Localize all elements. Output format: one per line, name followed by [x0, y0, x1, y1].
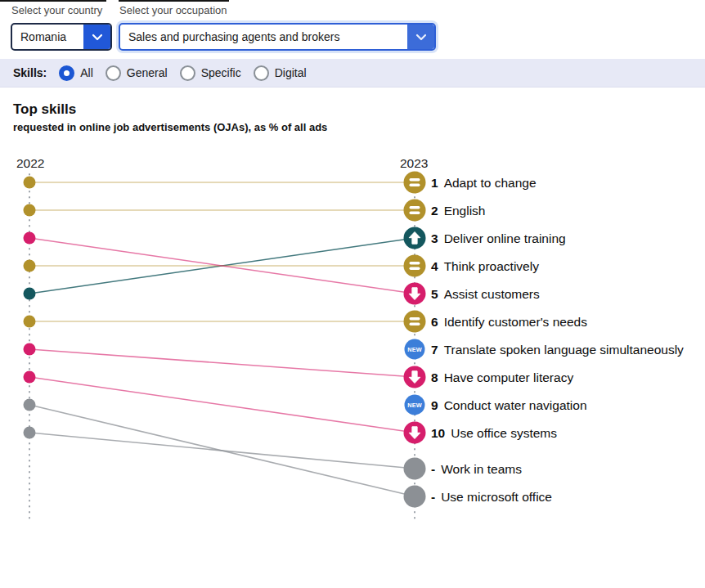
country-select[interactable]: Romania — [11, 23, 112, 51]
skills-radio-general[interactable]: General — [106, 65, 168, 81]
chart-title-block: Top skills requested in online job adver… — [13, 101, 327, 133]
dot-2022[interactable] — [24, 427, 36, 439]
radio-button-icon[interactable] — [254, 65, 269, 81]
badge-2023-new[interactable]: NEW — [405, 395, 425, 415]
skill-row-label: 4Think proactively — [431, 259, 539, 273]
badge-2023-out[interactable] — [404, 486, 426, 508]
skill-row-label: 8Have computer literacy — [431, 370, 573, 384]
occupation-select-chevron-button[interactable] — [407, 25, 434, 49]
badge-2023-up[interactable] — [404, 227, 426, 249]
skill-row-label: -Use microsoft office — [431, 490, 552, 504]
badge-2023-same[interactable] — [404, 200, 426, 222]
slope-chart: 202220231Adapt to change2English3Deliver… — [0, 151, 705, 588]
dot-2022[interactable] — [24, 371, 36, 384]
skill-row-label: 10Use office systems — [431, 426, 557, 440]
badge-2023-out[interactable] — [404, 458, 426, 480]
skills-radio-all[interactable]: All — [59, 65, 93, 81]
skill-row-label: 7Translate spoken language simultaneousl… — [431, 343, 684, 357]
country-select-chevron-button[interactable] — [83, 25, 110, 49]
radio-button-icon[interactable] — [59, 65, 74, 81]
country-select-label: Select your country — [0, 0, 106, 16]
year-label-2023: 2023 — [400, 156, 428, 170]
badge-2023-down[interactable] — [404, 422, 426, 444]
skill-row-label: 1Adapt to change — [431, 176, 537, 190]
slope-line — [29, 405, 415, 496]
slope-chart-container: 202220231Adapt to change2English3Deliver… — [0, 151, 705, 588]
radio-label: All — [80, 66, 93, 79]
badge-2023-same[interactable] — [404, 311, 426, 333]
radio-button-icon[interactable] — [106, 65, 121, 81]
radio-button-icon[interactable] — [180, 65, 195, 81]
badge-2023-down[interactable] — [404, 283, 426, 305]
skills-radio-specific[interactable]: Specific — [180, 65, 241, 81]
skill-row-label: 3Deliver online training — [431, 231, 566, 245]
dot-2022[interactable] — [24, 232, 36, 245]
occupation-select[interactable]: Sales and purchasing agents and brokers — [119, 23, 436, 51]
occupation-select-value: Sales and purchasing agents and brokers — [120, 25, 407, 49]
badge-2023-same[interactable] — [404, 255, 426, 277]
chevron-down-icon — [415, 34, 427, 41]
country-select-group: Select your country Romania — [0, 0, 112, 51]
dot-2022[interactable] — [24, 316, 36, 328]
dot-2022[interactable] — [24, 177, 36, 189]
radio-label: Specific — [201, 66, 241, 79]
skills-filter-label: Skills: — [13, 66, 47, 79]
equal-icon — [410, 262, 420, 264]
dot-2022[interactable] — [24, 288, 36, 300]
badge-2023-down[interactable] — [404, 366, 426, 388]
new-badge-label: NEW — [407, 346, 422, 353]
new-badge-label: NEW — [407, 402, 422, 409]
skill-row-label: -Work in teams — [431, 462, 522, 476]
skills-radio-digital[interactable]: Digital — [254, 65, 307, 81]
country-select-value: Romania — [12, 25, 83, 49]
occupation-select-label: Select your occupation — [119, 0, 229, 16]
dot-2022[interactable] — [24, 260, 36, 272]
dot-2022[interactable] — [24, 204, 36, 217]
slope-line — [29, 349, 415, 377]
skill-row-label: 5Assist customers — [431, 287, 540, 301]
skills-filter-bar: Skills: All General Specific Digital — [0, 59, 705, 88]
equal-icon — [410, 206, 420, 209]
chart-subtitle: requested in online job advertisements (… — [13, 121, 327, 133]
slope-line — [29, 377, 415, 433]
badge-2023-same[interactable] — [404, 172, 426, 194]
dot-2022[interactable] — [24, 399, 36, 411]
skill-row-label: 6Identify customer's needs — [431, 315, 587, 329]
radio-label: General — [127, 66, 168, 79]
skill-row-label: 9Conduct water navigation — [431, 398, 587, 412]
equal-icon — [410, 317, 420, 320]
skill-row-label: 2English — [431, 204, 485, 218]
radio-label: Digital — [275, 66, 307, 79]
dot-2022[interactable] — [24, 343, 36, 356]
chart-title: Top skills — [13, 101, 327, 118]
occupation-select-group: Select your occupation Sales and purchas… — [119, 0, 436, 51]
equal-icon — [410, 178, 420, 181]
year-label-2022: 2022 — [16, 156, 44, 170]
chevron-down-icon — [92, 34, 103, 41]
badge-2023-new[interactable]: NEW — [405, 339, 425, 360]
